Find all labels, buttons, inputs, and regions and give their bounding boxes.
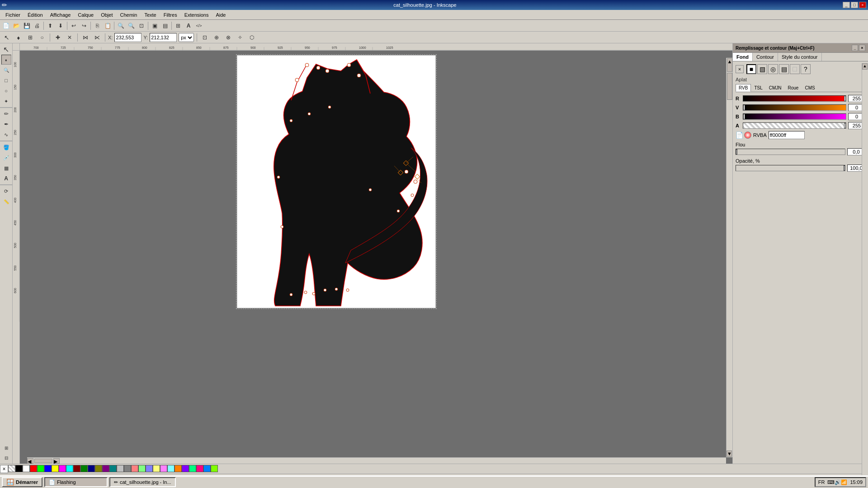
snap-bbox-btn[interactable]: ⊗ <box>223 33 233 42</box>
taskbar-window-flashing[interactable]: 📄 Flashing <box>44 477 108 487</box>
tool-measure[interactable]: 📏 <box>1 197 11 206</box>
node-round-btn[interactable]: ○ <box>37 33 47 42</box>
new-btn[interactable]: 📄 <box>1 21 11 31</box>
maximize-btn[interactable]: □ <box>851 2 858 8</box>
tool-pencil[interactable]: ✏ <box>1 109 11 119</box>
palette-swatch[interactable] <box>153 465 160 472</box>
menu-extensions[interactable]: Extensions <box>181 11 212 19</box>
tab-contour[interactable]: Contour <box>753 53 778 61</box>
canvas-scrollbar-h[interactable]: ◀ ▶ <box>27 457 726 464</box>
show-outline-btn[interactable]: ⬡ <box>247 33 257 42</box>
zoom-in-btn[interactable]: 🔍 <box>116 21 126 31</box>
panel-close-btn[interactable]: × <box>859 45 865 51</box>
blur-thumb[interactable] <box>736 149 737 155</box>
menu-chemin[interactable]: Chemin <box>116 11 141 19</box>
palette-swatch[interactable] <box>211 465 218 472</box>
tab-style-contour[interactable]: Style du contour <box>778 53 822 61</box>
tool-connector[interactable]: ⟳ <box>1 186 11 196</box>
menu-fichier[interactable]: Fichier <box>2 11 24 19</box>
menu-objet[interactable]: Objet <box>97 11 116 19</box>
canvas-viewport[interactable]: ▲ ▼ ◀ ▶ <box>20 51 732 464</box>
opacity-track[interactable] <box>736 165 845 171</box>
fill-unknown-btn[interactable]: ? <box>801 64 811 74</box>
palette-swatch[interactable] <box>203 465 211 472</box>
a-slider-track[interactable] <box>743 122 846 129</box>
tool-eyedropper[interactable]: 💉 <box>1 153 11 163</box>
tab-cms[interactable]: CMS <box>802 84 818 92</box>
h-scroll-thumb[interactable] <box>34 459 52 463</box>
x-input[interactable] <box>114 33 142 42</box>
open-btn[interactable]: 📂 <box>11 21 21 31</box>
panel-scroll-up[interactable]: ▲ <box>862 63 868 70</box>
palette-swatch[interactable] <box>102 465 109 472</box>
zoom-out-btn[interactable]: 🔍 <box>126 21 136 31</box>
fill-none-btn[interactable]: × <box>736 65 744 73</box>
y-input[interactable] <box>150 33 177 42</box>
palette-swatch[interactable] <box>73 465 80 472</box>
palette-swatch[interactable] <box>66 465 73 472</box>
snap-nodes-btn[interactable]: ⊕ <box>212 33 222 42</box>
palette-swatch[interactable] <box>175 465 182 472</box>
tool-node[interactable]: ⬧ <box>1 55 11 65</box>
align-btn[interactable]: ⊞ <box>173 21 183 31</box>
palette-swatch[interactable] <box>80 465 88 472</box>
snap-btn[interactable]: ⊡ <box>200 33 210 42</box>
tab-roue[interactable]: Roue <box>785 84 802 92</box>
palette-none[interactable]: × <box>0 465 8 473</box>
palette-swatch[interactable] <box>196 465 203 472</box>
ungroup-btn[interactable]: ▤ <box>160 21 170 31</box>
v-slider-thumb[interactable] <box>743 105 745 110</box>
palette-swatch[interactable] <box>117 465 124 472</box>
menu-aide[interactable]: Aide <box>212 11 229 19</box>
tab-tsl[interactable]: TSL <box>751 84 765 92</box>
color-management-btn[interactable]: 📄 <box>736 131 743 139</box>
group-btn[interactable]: ▣ <box>150 21 160 31</box>
palette-swatch[interactable] <box>23 465 30 472</box>
palette-swatch[interactable] <box>131 465 138 472</box>
node-ctrl-btn[interactable]: ⬧ <box>14 33 24 42</box>
fill-radial-btn[interactable]: ◎ <box>768 64 778 74</box>
palette-swatch[interactable] <box>88 465 95 472</box>
del-node-btn[interactable]: ✕ <box>65 33 75 42</box>
tool-paint[interactable]: 🪣 <box>1 142 11 152</box>
v-scroll-down[interactable]: ▼ <box>726 450 732 457</box>
fill-flat-btn[interactable]: ■ <box>746 64 756 74</box>
tool-ellipse[interactable]: ○ <box>1 86 11 96</box>
v-scroll-up[interactable]: ▲ <box>727 58 732 72</box>
palette-swatch[interactable] <box>189 465 196 472</box>
canvas-scrollbar-v[interactable]: ▲ ▼ <box>726 58 732 457</box>
tool-zoom[interactable]: 🔍 <box>1 65 11 75</box>
b-slider-thumb[interactable] <box>743 114 745 119</box>
palette-swatch[interactable] <box>52 465 59 472</box>
node-select-btn[interactable]: ↖ <box>2 33 12 42</box>
palette-swatch[interactable] <box>124 465 131 472</box>
taskbar-window-inkscape[interactable]: ✏ cat_silhouette.jpg - In... <box>109 477 176 487</box>
menu-calque[interactable]: Calque <box>74 11 97 19</box>
break-nodes-btn[interactable]: ⋉ <box>92 33 102 42</box>
text-btn[interactable]: A <box>184 21 193 31</box>
join-nodes-btn[interactable]: ⋈ <box>80 33 90 42</box>
tab-fond[interactable]: Fond <box>733 53 753 61</box>
tab-cmjn[interactable]: CMJN <box>766 84 785 92</box>
close-btn[interactable]: × <box>859 2 866 8</box>
fill-swatch-btn[interactable]: □ <box>790 64 800 74</box>
a-slider-thumb[interactable] <box>844 123 846 128</box>
palette-swatch[interactable] <box>37 465 44 472</box>
menu-edition[interactable]: Édition <box>24 11 47 19</box>
save-btn[interactable]: 💾 <box>22 21 32 31</box>
tool-gradient[interactable]: ▦ <box>1 163 11 173</box>
panel-scrollbar[interactable]: ▲ ▼ <box>862 63 868 488</box>
palette-swatch[interactable] <box>182 465 189 472</box>
unit-select[interactable]: px <box>179 33 194 42</box>
fill-linear-btn[interactable]: ▧ <box>757 64 767 74</box>
fill-pattern-btn[interactable]: ▤ <box>779 64 789 74</box>
tool-star[interactable]: ✦ <box>1 96 11 106</box>
start-button[interactable]: 🪟 Démarrer <box>2 477 42 487</box>
tool-select[interactable]: ↖ <box>1 44 11 54</box>
palette-swatch[interactable] <box>30 465 37 472</box>
palette-swatch[interactable] <box>44 465 52 472</box>
canvas-area[interactable]: 700 725 750 775 800 825 850 875 <box>13 43 732 464</box>
palette-swatch[interactable] <box>138 465 146 472</box>
add-node-btn[interactable]: ✚ <box>53 33 63 42</box>
tool-extra1[interactable]: ⊞ <box>1 443 11 453</box>
